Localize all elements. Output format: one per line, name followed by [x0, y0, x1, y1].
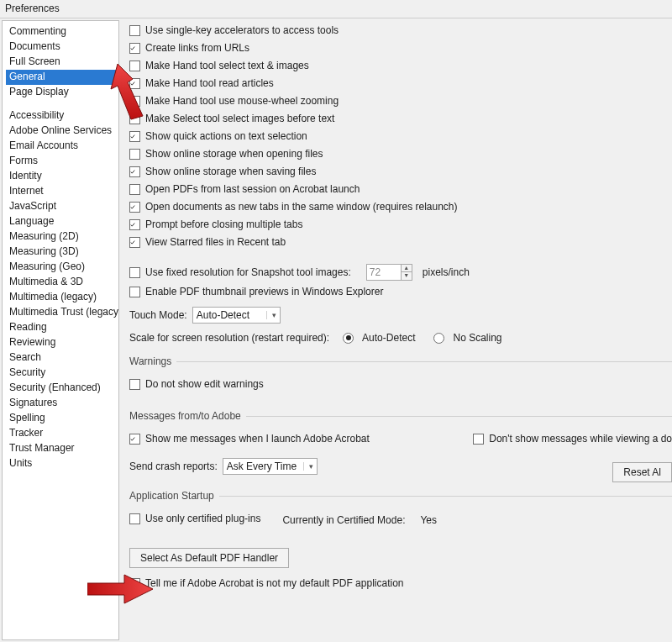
option-checkbox[interactable]	[129, 131, 140, 142]
sidebar-item-email-accounts[interactable]: Email Accounts	[6, 139, 118, 154]
touch-mode-select[interactable]: Auto-Detect ▾	[192, 307, 281, 324]
option-checkbox[interactable]	[129, 25, 140, 36]
edit-warnings-checkbox[interactable]	[129, 379, 140, 390]
sidebar-item-internet[interactable]: Internet	[6, 184, 118, 199]
option-checkbox[interactable]	[129, 78, 140, 89]
option-label: Show quick actions on text selection	[145, 129, 307, 143]
sidebar-item-language[interactable]: Language	[6, 214, 118, 229]
option-checkbox[interactable]	[129, 184, 140, 195]
certified-mode-value: Yes	[420, 514, 437, 526]
option-label: Make Hand tool select text & images	[145, 59, 309, 72]
sidebar-item-page-display[interactable]: Page Display	[6, 85, 118, 100]
default-app-notify-label: Tell me if Adobe Acrobat is not my defau…	[145, 576, 404, 590]
sidebar-item-javascript[interactable]: JavaScript	[6, 199, 118, 214]
sidebar-item-units[interactable]: Units	[6, 456, 118, 471]
option-label: Prompt before closing multiple tabs	[145, 218, 302, 231]
certified-plugins-label: Use only certified plug-ins	[145, 512, 260, 525]
option-label: Open documents as new tabs in the same w…	[145, 200, 458, 213]
thumbnail-previews-checkbox[interactable]	[129, 287, 140, 297]
scale-auto-detect-label: Auto-Detect	[362, 332, 415, 344]
scale-auto-detect-radio[interactable]	[343, 333, 354, 344]
warnings-group: Warnings Do not show edit warnings	[129, 355, 672, 398]
option-label: Make Hand tool read articles	[145, 76, 274, 90]
option-checkbox[interactable]	[129, 113, 140, 124]
sidebar-item-trust-manager[interactable]: Trust Manager	[6, 441, 118, 456]
chevron-down-icon: ▾	[303, 462, 313, 471]
default-app-notify-checkbox[interactable]	[129, 578, 140, 589]
option-checkbox[interactable]	[129, 96, 140, 107]
sidebar-item-search[interactable]: Search	[6, 350, 118, 366]
option-label: Show online storage when opening files	[145, 147, 323, 160]
snapshot-resolution-spinner[interactable]: ▲ ▼	[366, 264, 412, 281]
sidebar-item-measuring-2d-[interactable]: Measuring (2D)	[6, 229, 118, 245]
launch-messages-label: Show me messages when I launch Adobe Acr…	[145, 432, 370, 445]
scale-label: Scale for screen resolution (restart req…	[129, 332, 329, 344]
sidebar-item-reading[interactable]: Reading	[6, 320, 118, 335]
sidebar-item-spelling[interactable]: Spelling	[6, 411, 118, 426]
sidebar-item-reviewing[interactable]: Reviewing	[6, 335, 118, 350]
warnings-legend: Warnings	[129, 355, 176, 367]
startup-legend: Application Startup	[129, 490, 219, 502]
chevron-down-icon: ▾	[266, 311, 276, 319]
option-label: Make Select tool select images before te…	[145, 112, 334, 125]
general-settings-panel: Use single-key accelerators to access to…	[121, 18, 672, 642]
option-checkbox[interactable]	[129, 61, 140, 71]
option-label: Use single-key accelerators to access to…	[145, 24, 339, 37]
crash-reports-select[interactable]: Ask Every Time ▾	[223, 458, 318, 475]
sidebar-item-multimedia-trust-legacy-[interactable]: Multimedia Trust (legacy)	[6, 305, 118, 320]
option-label: View Starred files in Recent tab	[145, 235, 286, 249]
sidebar-item-measuring-3d-[interactable]: Measuring (3D)	[6, 245, 118, 260]
startup-group: Application Startup Use only certified p…	[129, 490, 672, 597]
certified-plugins-checkbox[interactable]	[129, 513, 140, 524]
option-label: Create links from URLs	[145, 41, 249, 55]
edit-warnings-label: Do not show edit warnings	[145, 377, 264, 391]
sidebar-item-tracker[interactable]: Tracker	[6, 426, 118, 441]
sidebar-item-documents[interactable]: Documents	[6, 39, 118, 55]
sidebar-item-commenting[interactable]: Commenting	[6, 24, 118, 39]
certified-mode-label: Currently in Certified Mode:	[282, 514, 405, 526]
snapshot-resolution-input[interactable]	[366, 264, 402, 281]
snapshot-resolution-label: Use fixed resolution for Snapshot tool i…	[145, 266, 351, 279]
sidebar-item-forms[interactable]: Forms	[6, 154, 118, 169]
viewing-messages-checkbox[interactable]	[473, 434, 484, 445]
viewing-messages-label: Don't show messages while viewing a do	[489, 432, 672, 445]
scale-no-scaling-radio[interactable]	[433, 333, 444, 344]
spin-up-icon[interactable]: ▲	[401, 264, 412, 272]
categories-sidebar: CommentingDocumentsFull ScreenGeneralPag…	[2, 20, 119, 640]
messages-group: Messages from/to Adobe Show me messages …	[129, 410, 672, 478]
sidebar-item-multimedia-3d[interactable]: Multimedia & 3D	[6, 275, 118, 290]
sidebar-item-accessibility[interactable]: Accessibility	[6, 108, 118, 124]
window-title: Preferences	[0, 0, 672, 18]
sidebar-item-multimedia-legacy-[interactable]: Multimedia (legacy)	[6, 290, 118, 305]
option-checkbox[interactable]	[129, 237, 140, 248]
messages-legend: Messages from/to Adobe	[129, 410, 246, 422]
option-checkbox[interactable]	[129, 43, 140, 54]
sidebar-item-security-enhanced-[interactable]: Security (Enhanced)	[6, 381, 118, 396]
thumbnail-previews-label: Enable PDF thumbnail previews in Windows…	[145, 285, 383, 298]
option-label: Open PDFs from last session on Acrobat l…	[145, 182, 360, 196]
sidebar-item-general[interactable]: General	[6, 70, 118, 85]
sidebar-item-security[interactable]: Security	[6, 366, 118, 381]
sidebar-item-signatures[interactable]: Signatures	[6, 396, 118, 411]
sidebar-item-measuring-geo-[interactable]: Measuring (Geo)	[6, 260, 118, 275]
snapshot-resolution-checkbox[interactable]	[129, 267, 140, 278]
snapshot-unit-label: pixels/inch	[423, 266, 470, 279]
sidebar-item-full-screen[interactable]: Full Screen	[6, 55, 118, 70]
launch-messages-checkbox[interactable]	[129, 434, 140, 445]
option-label: Make Hand tool use mouse-wheel zooming	[145, 94, 339, 108]
scale-no-scaling-label: No Scaling	[453, 332, 501, 344]
sidebar-item-identity[interactable]: Identity	[6, 169, 118, 184]
option-checkbox[interactable]	[129, 202, 140, 213]
crash-reports-label: Send crash reports:	[129, 460, 218, 472]
touch-mode-value: Auto-Detect	[197, 309, 249, 321]
option-label: Show online storage when saving files	[145, 165, 316, 178]
touch-mode-label: Touch Mode:	[129, 309, 187, 321]
reset-warnings-button[interactable]: Reset Al	[612, 462, 672, 482]
default-pdf-handler-button[interactable]: Select As Default PDF Handler	[129, 548, 289, 568]
crash-reports-value: Ask Every Time	[227, 460, 297, 472]
option-checkbox[interactable]	[129, 149, 140, 160]
spin-down-icon[interactable]: ▼	[401, 272, 412, 281]
sidebar-item-adobe-online-services[interactable]: Adobe Online Services	[6, 124, 118, 139]
option-checkbox[interactable]	[129, 219, 140, 230]
option-checkbox[interactable]	[129, 166, 140, 177]
